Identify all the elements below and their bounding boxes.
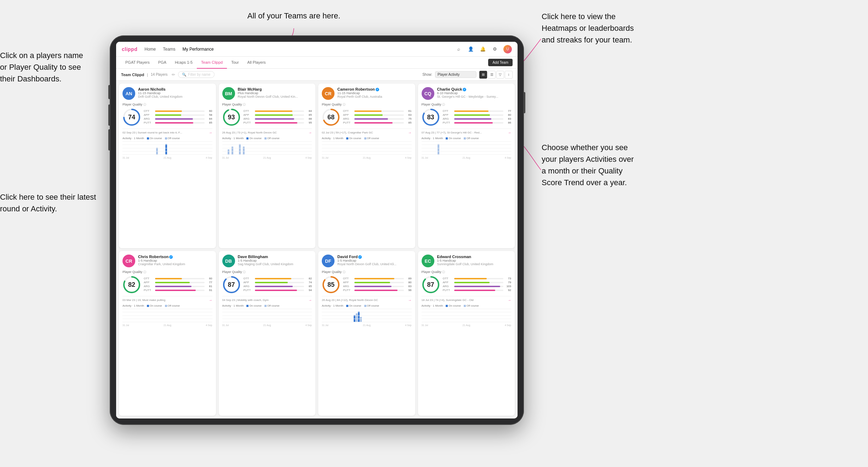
subnav-pga[interactable]: PGA [154, 57, 171, 69]
stat-value-ott: 82 [305, 277, 312, 280]
player-name[interactable]: Dave Billingham [238, 255, 312, 259]
chart-y-line [222, 309, 312, 309]
activity-header: Activity · 1 Month On course Off course [122, 304, 212, 307]
grid-view-button[interactable]: ⊞ [479, 71, 487, 79]
player-name[interactable]: Cameron Robertson✓ [337, 87, 412, 91]
filter-view-button[interactable]: ▽ [496, 71, 504, 79]
latest-round[interactable]: 02 Jul 23 | 59 (+17), Craigmillar Park G… [322, 129, 412, 135]
activity-label: Activity · 1 Month [122, 137, 144, 140]
quality-circle[interactable]: 68 [322, 108, 340, 126]
subnav-tour[interactable]: Tour [227, 57, 243, 69]
x-label-start: 31 Jul [222, 156, 229, 159]
stat-value-putt: 91 [206, 289, 212, 292]
search-icon[interactable]: ⌕ [455, 46, 462, 53]
player-name[interactable]: Edward Crossman [437, 255, 512, 259]
avatar-icon[interactable]: U [503, 45, 512, 53]
player-card[interactable]: DF David Ford✓ 1-5 Handicap Royal North … [318, 251, 415, 416]
nav-teams[interactable]: Teams [163, 47, 175, 52]
profile-icon[interactable]: 👤 [467, 46, 474, 53]
activity-header: Activity · 1 Month On course Off course [422, 304, 512, 307]
stat-bar-arg [354, 118, 404, 120]
filter-input[interactable]: 🔍 Filter by name [178, 71, 214, 78]
stat-value-ott: 73 [505, 277, 511, 280]
list-view-button[interactable]: ☰ [488, 71, 496, 79]
player-card[interactable]: CR Chris Robertson✓ 1-5 Handicap Craigmi… [119, 251, 216, 416]
team-bar: Team Clippd | 14 Players ✏ 🔍 Filter by n… [116, 69, 518, 81]
stat-bar-fill [155, 290, 196, 291]
chart-y-line [122, 319, 212, 319]
player-name[interactable]: Blair McHarg [238, 87, 312, 91]
subnav-hcaps[interactable]: Hcaps 1-5 [171, 57, 197, 69]
stat-bar-fill [354, 122, 393, 124]
quality-circle[interactable]: 85 [322, 275, 340, 294]
player-card[interactable]: CR Cameron Robertson✓ 11-15 Handicap Roy… [318, 84, 415, 248]
stat-bar-ott [354, 278, 404, 279]
player-card[interactable]: EC Edward Crossman 1-5 Handicap Sunningd… [418, 251, 515, 416]
chart-y-line [122, 312, 212, 312]
legend-on-label: On course [349, 304, 361, 307]
stat-value-arg: 75 [405, 117, 412, 120]
quality-circle[interactable]: 87 [222, 275, 241, 294]
stat-bar-arg [354, 286, 404, 287]
subnav-all-players[interactable]: All Players [243, 57, 270, 69]
player-handicap: 1-5 Handicap [138, 259, 212, 262]
quality-circle[interactable]: 83 [422, 108, 440, 126]
latest-round[interactable]: 18 Jul 23 | 74 (+4), Sunningdale GC - Ol… [422, 296, 512, 302]
edit-team-icon[interactable]: ✏ [172, 72, 175, 77]
player-card[interactable]: CQ Charlie Quick✓ 6-10 Handicap St. Geor… [418, 84, 515, 248]
legend-off-course: Off course [464, 304, 479, 307]
nav-my-performance[interactable]: My Performance [183, 47, 214, 52]
settings-icon[interactable]: ⚙ [491, 46, 498, 53]
latest-round[interactable]: 26 Aug 23 | 73 (+1), Royal North Devon G… [222, 129, 312, 135]
player-avatar: DF [322, 255, 335, 267]
player-card[interactable]: DB Dave Billingham 1-5 Handicap Sag Magi… [219, 251, 316, 416]
subnav-pgat[interactable]: PGAT Players [121, 57, 154, 69]
card-header: EC Edward Crossman 1-5 Handicap Sunningd… [422, 255, 512, 267]
quality-circle[interactable]: 82 [122, 275, 141, 294]
activity-select[interactable]: Player Activity Quality Score Trend [435, 71, 476, 78]
latest-round[interactable]: 04 Sep 23 | Mobility with coach, Gym → [222, 296, 312, 302]
stat-label-arg: ARG [244, 117, 253, 120]
player-card[interactable]: BM Blair McHarg Plus Handicap Royal Nort… [219, 84, 316, 248]
quality-number: 93 [228, 114, 235, 121]
player-club: Sunningdale Golf Club, United Kingdom [437, 262, 512, 266]
legend-dot-off [165, 137, 167, 139]
stat-value-putt: 85 [206, 121, 212, 124]
stat-bar-fill [255, 110, 293, 112]
latest-round[interactable]: 26 Aug 23 | 84 (+12), Royal North Devon … [322, 296, 412, 302]
player-name[interactable]: Chris Robertson✓ [138, 255, 212, 259]
stat-bar-fill [255, 278, 292, 279]
player-name[interactable]: Aaron Nicholls [138, 87, 212, 91]
stat-label-putt: PUTT [144, 289, 154, 292]
stat-bar-fill [454, 110, 489, 112]
subnav-team-clippd[interactable]: Team Clippd [197, 57, 227, 69]
latest-round[interactable]: 07 Aug 23 | 77 (+7), St George's Hill GC… [422, 129, 512, 135]
add-team-button[interactable]: Add Team [488, 59, 513, 66]
stat-label-ott: OTT [244, 277, 253, 280]
quality-circle[interactable]: 93 [222, 108, 241, 126]
chart-y-line [222, 151, 312, 152]
stat-label-arg: ARG [244, 285, 253, 288]
chart-y-line [422, 312, 512, 312]
x-label-start: 31 Jul [422, 324, 428, 326]
stat-value-putt: 96 [405, 289, 412, 292]
bell-icon[interactable]: 🔔 [479, 46, 486, 53]
quality-circle[interactable]: 87 [422, 275, 440, 294]
legend-off-course: Off course [165, 137, 180, 140]
player-name[interactable]: Charlie Quick✓ [437, 87, 512, 91]
latest-round[interactable]: 03 Mar 23 | 19, Must make putting → [122, 296, 212, 302]
player-name[interactable]: David Ford✓ [337, 255, 412, 259]
sort-view-button[interactable]: ↕ [505, 71, 513, 79]
latest-round[interactable]: 02 Sep 23 | Sunset round to get back int… [122, 129, 212, 135]
quality-circle[interactable]: 74 [122, 108, 141, 126]
player-card[interactable]: AN Aaron Nicholls 11-15 Handicap Drift G… [119, 84, 216, 248]
nav-home[interactable]: Home [144, 47, 156, 52]
quality-label: Player Quality ⓘ [322, 103, 412, 107]
mini-chart: 31 Jul 21 Aug 4 Sep [422, 309, 512, 326]
stat-bar-app [454, 114, 504, 116]
activity-section: Activity · 1 Month On course Off course [222, 304, 312, 326]
legend-off-label: Off course [168, 304, 180, 307]
stat-bar-app [155, 114, 205, 116]
activity-section: Activity · 1 Month On course Off course [122, 304, 212, 326]
quality-label: Player Quality ⓘ [222, 103, 312, 107]
